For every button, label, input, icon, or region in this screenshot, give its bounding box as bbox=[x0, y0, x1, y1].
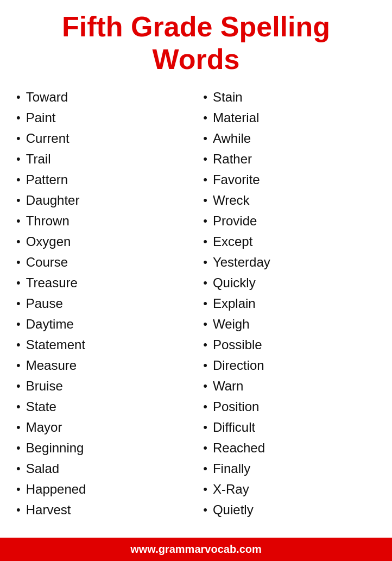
list-item: Bruise bbox=[16, 376, 189, 396]
list-item: Mayor bbox=[16, 417, 189, 438]
list-item: Trail bbox=[16, 149, 189, 169]
right-word-list: StainMaterialAwhileRatherFavoriteWreckPr… bbox=[203, 87, 376, 520]
list-item: Toward bbox=[16, 87, 189, 108]
list-item: Treasure bbox=[16, 273, 189, 293]
list-item: Happened bbox=[16, 479, 189, 500]
list-item: Current bbox=[16, 128, 189, 149]
footer: www.grammarvocab.com bbox=[0, 538, 392, 561]
list-item: Daughter bbox=[16, 190, 189, 211]
list-item: Thrown bbox=[16, 211, 189, 231]
list-item: Favorite bbox=[203, 169, 376, 190]
list-item: Possible bbox=[203, 335, 376, 355]
list-item: Explain bbox=[203, 293, 376, 314]
list-item: Beginning bbox=[16, 438, 189, 458]
list-item: State bbox=[16, 396, 189, 417]
list-item: Finally bbox=[203, 458, 376, 479]
list-item: Wreck bbox=[203, 190, 376, 211]
list-item: Pause bbox=[16, 293, 189, 314]
list-item: Statement bbox=[16, 335, 189, 355]
footer-url: www.grammarvocab.com bbox=[130, 543, 262, 555]
page-title: Fifth Grade Spelling Words bbox=[16, 11, 376, 76]
word-columns: TowardPaintCurrentTrailPatternDaughterTh… bbox=[16, 87, 376, 520]
left-word-list: TowardPaintCurrentTrailPatternDaughterTh… bbox=[16, 87, 189, 520]
list-item: Except bbox=[203, 231, 376, 252]
list-item: Weigh bbox=[203, 314, 376, 335]
main-content: Fifth Grade Spelling Words TowardPaintCu… bbox=[0, 0, 392, 538]
list-item: Direction bbox=[203, 355, 376, 376]
list-item: Awhile bbox=[203, 128, 376, 149]
list-item: Quickly bbox=[203, 273, 376, 293]
list-item: Harvest bbox=[16, 500, 189, 520]
list-item: Pattern bbox=[16, 169, 189, 190]
list-item: Salad bbox=[16, 458, 189, 479]
list-item: Daytime bbox=[16, 314, 189, 335]
list-item: Provide bbox=[203, 211, 376, 231]
list-item: Oxygen bbox=[16, 231, 189, 252]
list-item: Paint bbox=[16, 108, 189, 128]
list-item: X-Ray bbox=[203, 479, 376, 500]
list-item: Difficult bbox=[203, 417, 376, 438]
list-item: Yesterday bbox=[203, 252, 376, 273]
list-item: Quietly bbox=[203, 500, 376, 520]
list-item: Material bbox=[203, 108, 376, 128]
list-item: Measure bbox=[16, 355, 189, 376]
list-item: Stain bbox=[203, 87, 376, 108]
list-item: Course bbox=[16, 252, 189, 273]
list-item: Rather bbox=[203, 149, 376, 169]
list-item: Reached bbox=[203, 438, 376, 458]
list-item: Warn bbox=[203, 376, 376, 396]
list-item: Position bbox=[203, 396, 376, 417]
